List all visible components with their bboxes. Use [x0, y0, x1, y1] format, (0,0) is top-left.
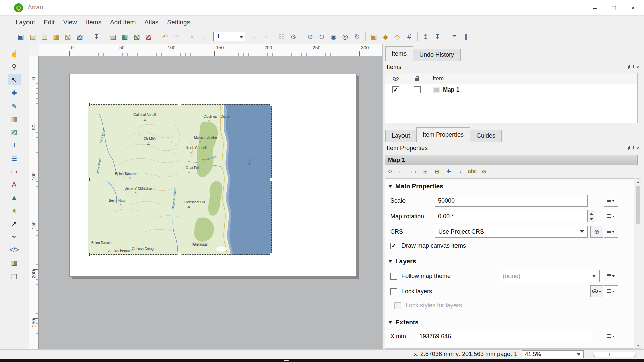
set-map-extent-to-canvas-button[interactable]: ▭	[397, 167, 407, 176]
map-item[interactable]: Caisteal AbhailCloch na h-OigheCìr MhòrM…	[88, 104, 272, 255]
close-button[interactable]: ×	[624, 0, 643, 16]
close-panel-icon[interactable]	[636, 145, 639, 152]
resize-handle[interactable]	[270, 178, 273, 181]
follow-map-theme-checkbox[interactable]	[390, 273, 397, 280]
xmin-input[interactable]	[416, 330, 592, 342]
print-atlas-button[interactable]: ☷	[276, 31, 287, 42]
resize-handle[interactable]	[178, 253, 181, 256]
open-layout-button[interactable]: ▧	[62, 31, 73, 42]
refresh-view-button[interactable]: ↻	[352, 31, 363, 42]
properties-scrollbar[interactable]: ▲ ▼	[635, 178, 641, 349]
resize-handle[interactable]	[86, 253, 90, 256]
tab-guides[interactable]: Guides	[470, 130, 502, 142]
maximize-button[interactable]: □	[604, 0, 624, 16]
locked-layers-eye-button[interactable]	[590, 285, 603, 297]
zoom-tool-tool-button[interactable]: ⚲	[8, 61, 21, 72]
export-as-svg-button[interactable]: ▧	[131, 31, 142, 42]
page-number-combo[interactable]: 1	[213, 32, 245, 41]
menu-items[interactable]: Items	[82, 16, 106, 29]
zoom-actual-button[interactable]: ◉	[328, 31, 339, 42]
menu-add-item[interactable]: Add Item	[106, 16, 140, 29]
add-arrow-tool-button[interactable]: ↗	[8, 218, 21, 229]
add-map-tool-button[interactable]: ▦	[8, 113, 21, 125]
add-attribute-table-tool-button[interactable]: ▥	[8, 257, 21, 268]
export-as-pdf-button[interactable]: ▨	[143, 31, 154, 42]
add-picture-tool-button[interactable]: ▨	[8, 126, 21, 138]
edit-nodes-item-tool-button[interactable]: ✎	[8, 100, 21, 112]
lower-items-button[interactable]: ↧	[432, 31, 443, 42]
layout-canvas[interactable]: Caisteal AbhailCloch na h-OigheCìr MhòrM…	[39, 56, 382, 349]
section-layers[interactable]: Layers	[388, 258, 416, 265]
xmin-data-defined-override-button[interactable]	[604, 330, 618, 342]
menu-settings[interactable]: Settings	[163, 16, 195, 29]
rotation-spinner[interactable]	[588, 210, 595, 222]
resize-handle[interactable]	[86, 103, 90, 106]
add-fixed-table-tool-button[interactable]: ▤	[8, 270, 21, 282]
menu-layout[interactable]: Layout	[11, 16, 39, 29]
add-marker-tool-button[interactable]: ★	[8, 204, 21, 216]
resize-handle[interactable]	[270, 103, 273, 106]
raise-items-button[interactable]: ↥	[420, 31, 431, 42]
minimize-button[interactable]: –	[585, 0, 604, 16]
float-panel-icon[interactable]	[628, 66, 632, 69]
scrollbar-thumb[interactable]	[636, 186, 640, 224]
zoom-full-button[interactable]: ◎	[340, 31, 351, 42]
menu-edit[interactable]: Edit	[39, 16, 59, 29]
lock-items-button[interactable]: ◆	[380, 31, 391, 42]
move-item-content-tool-button[interactable]: ✚	[8, 87, 21, 99]
redo-button[interactable]: ↷	[171, 31, 182, 42]
resize-handle[interactable]	[270, 253, 273, 256]
scale-input[interactable]	[435, 195, 588, 207]
crs-data-defined-override-button[interactable]	[604, 226, 618, 238]
export-as-image-button[interactable]: ▦	[119, 31, 130, 42]
scroll-up-icon[interactable]: ▲	[636, 179, 641, 184]
save-layout-button[interactable]: ▣	[15, 31, 26, 42]
zoom-in-button[interactable]: ⊕	[305, 31, 316, 42]
zoom-level-combo[interactable]: 41.5%	[522, 350, 584, 358]
resize-handle[interactable]	[178, 103, 181, 106]
atlas-last-button[interactable]: ⇥	[259, 31, 270, 42]
float-panel-icon[interactable]	[628, 147, 632, 150]
select-move-item-tool-button[interactable]: ↖	[8, 74, 21, 85]
zoom-out-button[interactable]: ⊖	[316, 31, 327, 42]
snap-to-grid-button[interactable]: #	[404, 31, 415, 42]
view-extent-in-canvas-button[interactable]: ▭	[409, 167, 418, 176]
menu-view[interactable]: View	[59, 16, 82, 29]
tab-item-properties[interactable]: Item Properties	[416, 127, 470, 142]
table-row[interactable]: Map 1	[385, 84, 637, 96]
map-rotation-input[interactable]	[435, 210, 588, 222]
add-north-arrow-tool-button[interactable]: A	[8, 178, 21, 190]
new-layout-button[interactable]: ▤	[27, 31, 38, 42]
atlas-prev-button[interactable]: ←	[200, 31, 211, 42]
item-visibility-checkbox[interactable]	[392, 86, 399, 93]
labeling-settings-button[interactable]: abc	[468, 167, 477, 176]
add-scalebar-tool-button[interactable]: ▭	[8, 165, 21, 177]
add-shape-tool-button[interactable]: ▲	[8, 191, 21, 203]
lock-layers-checkbox[interactable]	[390, 288, 397, 295]
item-lock-checkbox[interactable]	[414, 86, 421, 93]
save-as-template-button[interactable]: ▨	[74, 31, 85, 42]
distribute-items-button[interactable]: ∥	[461, 31, 472, 42]
layout-manager-button[interactable]: ▦	[51, 31, 62, 42]
tab-undo-history[interactable]: Undo History	[413, 49, 461, 61]
add-html-tool-button[interactable]: </>	[8, 244, 21, 255]
draw-map-canvas-items-checkbox[interactable]	[390, 243, 397, 249]
theme-data-defined-override-button[interactable]	[604, 270, 618, 282]
undo-button[interactable]: ↶	[160, 31, 171, 42]
section-extents[interactable]: Extents	[388, 319, 419, 326]
atlas-first-button[interactable]: ⇤	[188, 31, 199, 42]
group-items-button[interactable]: ▣	[368, 31, 379, 42]
slider-handle[interactable]	[609, 353, 610, 356]
resize-handle[interactable]	[86, 178, 90, 181]
map-theme-combo[interactable]: (none)	[499, 270, 600, 282]
interactively-edit-extent-button[interactable]: ✚	[444, 167, 453, 176]
clipping-settings-button[interactable]: ⊘	[479, 167, 489, 176]
add-items-from-template-button[interactable]: ↧	[91, 31, 102, 42]
refresh-map-preview-button[interactable]: ↻	[385, 167, 395, 176]
pan-layout-tool-button[interactable]: ☝	[8, 48, 21, 59]
atlas-settings-button[interactable]: ⚙	[288, 31, 299, 42]
scroll-down-icon[interactable]: ▼	[636, 343, 641, 348]
rotation-data-defined-override-button[interactable]	[604, 210, 618, 222]
duplicate-layout-button[interactable]: ▥	[39, 31, 50, 42]
scale-data-defined-override-button[interactable]	[604, 195, 618, 207]
